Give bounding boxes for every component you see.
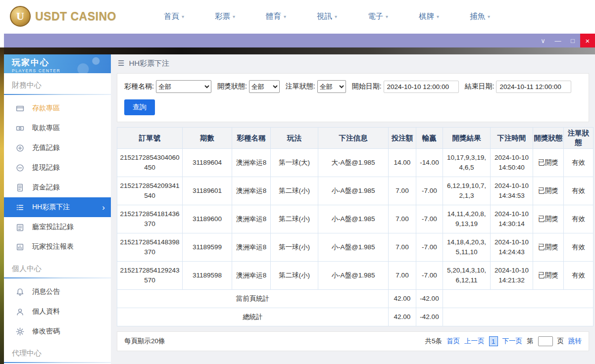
chevron-down-icon: ▾ [488, 14, 490, 19]
sidebar-item-label: 消息公告 [32, 287, 60, 296]
summary-amount: 42.00 [389, 290, 416, 308]
lottery-filter: 彩種名稱: 全部 [124, 80, 211, 93]
cell-order-no: 2152172854304060450 [117, 149, 183, 177]
page-background-strip [0, 47, 4, 364]
sidebar-item[interactable]: 廳室投註記錄 [4, 217, 111, 237]
chevron-right-icon: › [102, 203, 105, 212]
table-header-row: 訂單號期數彩種名稱玩法下注信息投注額輸贏開獎結果下注時間開獎狀態注單狀態 [117, 128, 594, 149]
sidebar-item-label: 資金記錄 [32, 183, 60, 192]
cell-bet-info: 小-A盤@1.985 [318, 233, 389, 262]
nav-item[interactable]: 視訊▾ [301, 11, 352, 22]
cell-bet-time: 2024-10-10 14:34:53 [491, 177, 533, 205]
room-record-icon [16, 223, 24, 231]
nav-item[interactable]: 首頁▾ [149, 11, 199, 22]
sidebar-item[interactable]: 個人資料 [4, 302, 111, 321]
menu-icon[interactable]: ☰ [118, 59, 124, 68]
maximize-icon[interactable]: □ [565, 34, 580, 47]
cell-amount: 7.00 [389, 177, 416, 205]
jump-label-post: 页 [557, 337, 564, 346]
cell-order-status: 有效 [564, 149, 594, 177]
sidebar-item[interactable]: 取款專區 [4, 118, 111, 138]
cell-period: 31189600 [183, 205, 232, 233]
sidebar: 玩家中心 PLAYERS CENTER 財務中心存款專區取款專區充值記錄提現記錄… [4, 54, 111, 364]
column-header: 訂單號 [117, 128, 183, 149]
cell-amount: 7.00 [389, 205, 416, 233]
current-page[interactable]: 1 [489, 336, 498, 346]
search-button[interactable]: 查詢 [124, 99, 155, 115]
minimize-icon[interactable]: — [550, 34, 565, 47]
notice-icon [16, 288, 24, 296]
sidebar-item-label: 修改密碼 [32, 327, 60, 336]
site-header: U USDT CASINO 首頁▾彩票▾體育▾視訊▾電子▾棋牌▾捕魚▾ [0, 0, 595, 33]
cell-order-no: 2152172854148398370 [117, 233, 183, 262]
cell-lottery: 澳洲幸运8 [232, 233, 271, 262]
order-status-filter: 注單狀態: 全部 [286, 80, 346, 93]
page-jump-input[interactable] [538, 336, 553, 346]
lottery-select[interactable]: 全部 [156, 80, 211, 93]
start-date-input[interactable] [384, 81, 459, 93]
cell-lottery: 澳洲幸运8 [232, 205, 271, 233]
usdt-logo-icon: U [10, 6, 31, 27]
cell-order-no: 2152172854209341540 [117, 177, 183, 205]
order-status-select[interactable]: 全部 [317, 80, 346, 93]
summary-win-loss: -42.00 [416, 290, 443, 308]
jump-button[interactable]: 跳转 [568, 337, 582, 346]
prev-page-link[interactable]: 上一页 [464, 337, 485, 346]
nav-item[interactable]: 電子▾ [352, 11, 403, 22]
collapse-icon[interactable]: ∨ [536, 34, 550, 47]
end-date-label: 結束日期: [465, 82, 495, 91]
cell-period: 31189604 [183, 149, 232, 177]
recharge-record-icon [16, 144, 24, 152]
end-date-input[interactable] [496, 81, 571, 93]
funds-record-icon [16, 183, 24, 192]
sidebar-item[interactable]: 玩家投注報表 [4, 237, 111, 257]
profile-icon [16, 308, 24, 316]
close-icon[interactable]: × [580, 34, 595, 47]
cell-draw-status: 已開獎 [533, 149, 564, 177]
cell-result: 14,11,4,20,8,9,13,19 [443, 205, 491, 233]
nav-item-label: 捕魚 [470, 11, 485, 22]
site-logo[interactable]: U USDT CASINO [10, 6, 133, 27]
sidebar-item[interactable]: HH彩票下注› [4, 197, 111, 217]
cell-lottery: 澳洲幸运8 [232, 262, 271, 290]
withdraw-icon [16, 124, 24, 133]
cell-draw-status: 已開獎 [533, 233, 564, 262]
column-header: 輸贏 [416, 128, 443, 149]
nav-item[interactable]: 體育▾ [250, 11, 301, 22]
nav-item[interactable]: 彩票▾ [199, 11, 250, 22]
sidebar-item[interactable]: 修改密碼 [4, 321, 111, 341]
column-header: 彩種名稱 [232, 128, 271, 149]
cell-win-loss: -7.00 [416, 177, 443, 205]
cell-order-status: 有效 [564, 177, 594, 205]
draw-status-select[interactable]: 全部 [249, 80, 280, 93]
column-header: 注單狀態 [564, 128, 594, 149]
sidebar-item[interactable]: 提現記錄 [4, 158, 111, 178]
sidebar-item[interactable]: 消息公告 [4, 282, 111, 302]
nav-item-label: 電子 [368, 11, 383, 22]
cell-period: 31189601 [183, 177, 232, 205]
password-icon [16, 327, 24, 336]
sidebar-section-divider [4, 362, 111, 363]
sidebar-item[interactable]: 資金記錄 [4, 178, 111, 197]
table-row: 215217285418143637031189600澳洲幸运8第二球(小)小-… [117, 205, 594, 233]
cell-win-loss: -7.00 [416, 205, 443, 233]
sidebar-item[interactable]: 充值記錄 [4, 138, 111, 158]
cell-amount: 7.00 [389, 233, 416, 262]
nav-item[interactable]: 棋牌▾ [403, 11, 454, 22]
cell-win-loss: -7.00 [416, 262, 443, 290]
sidebar-item[interactable]: 存款專區 [4, 98, 111, 118]
start-date-label: 開始日期: [352, 82, 382, 91]
chevron-down-icon: ▾ [335, 14, 337, 19]
sidebar-section-title: 財務中心 [4, 73, 111, 94]
next-page-link[interactable]: 下一页 [502, 337, 523, 346]
nav-item[interactable]: 捕魚▾ [454, 11, 505, 22]
content-area: 彩種名稱: 全部 開獎狀態: 全部 注單狀態: [111, 72, 595, 351]
cell-order-status: 有效 [564, 262, 594, 290]
first-page-link[interactable]: 首页 [446, 337, 460, 346]
nav-item-label: 彩票 [215, 11, 230, 22]
breadcrumb: ☰ HH彩票下注 [111, 54, 595, 72]
draw-status-filter: 開獎狀態: 全部 [217, 80, 280, 93]
cell-bet-info: 小-A盤@1.985 [318, 205, 389, 233]
cell-result: 5,20,14,3,10,6,12,11 [443, 262, 491, 290]
summary-amount: 42.00 [389, 308, 416, 326]
